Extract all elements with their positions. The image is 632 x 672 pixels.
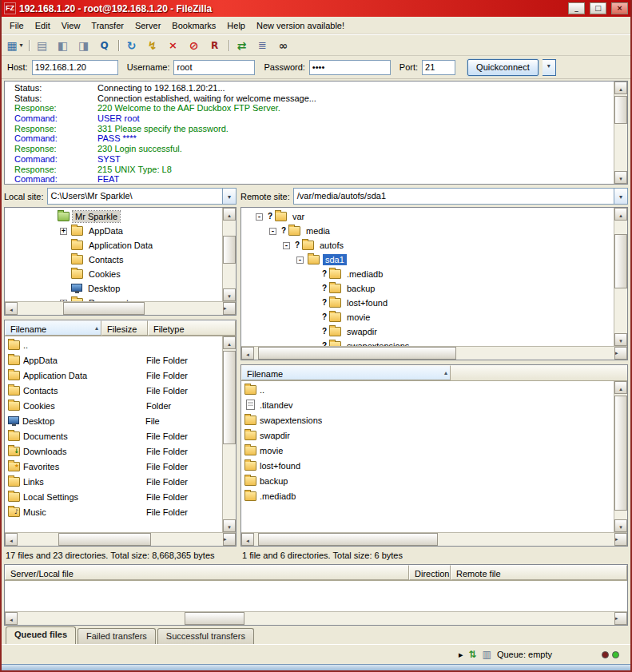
speed-limits-icon[interactable]: ⇅ <box>469 650 477 659</box>
toggle-remote-tree-button[interactable]: ◨ <box>74 37 93 54</box>
synchronized-browsing-button[interactable]: ≣ <box>252 37 272 54</box>
scroll-left-button[interactable] <box>5 612 18 625</box>
tree-item[interactable]: lost+found <box>241 296 614 310</box>
process-queue-button[interactable]: ↯ <box>142 37 162 54</box>
file-row[interactable]: .titandev <box>241 397 614 412</box>
scroll-right-button[interactable] <box>614 533 627 546</box>
toggle-queue-button[interactable]: Q <box>94 37 114 54</box>
scroll-right-button[interactable] <box>614 612 627 625</box>
file-row[interactable]: Documents File Folder <box>5 428 222 443</box>
scroll-up-button[interactable] <box>223 336 236 349</box>
local-tree-hscrollbar[interactable] <box>5 301 236 315</box>
file-row[interactable]: Music File Folder <box>5 504 222 519</box>
scroll-up-button[interactable] <box>614 82 627 94</box>
column-header[interactable]: Remote file <box>451 565 627 580</box>
tree-item[interactable]: Desktop <box>5 281 222 296</box>
message-log-vscrollbar[interactable] <box>614 82 627 184</box>
column-header[interactable]: Filesize <box>101 320 148 336</box>
local-site-dropdown-button[interactable] <box>222 189 236 204</box>
username-input[interactable] <box>173 60 255 75</box>
quickconnect-dropdown-button[interactable] <box>543 59 556 76</box>
scroll-left-button[interactable] <box>241 533 254 546</box>
column-header[interactable]: Direction <box>409 565 451 580</box>
remote-site-value[interactable]: /var/media/autofs/sda1 <box>294 189 614 204</box>
file-row[interactable]: Links File Folder <box>5 474 222 489</box>
file-row[interactable]: .mediadb <box>241 488 614 503</box>
refresh-button[interactable]: ↻ <box>121 37 141 54</box>
scroll-down-button[interactable] <box>614 333 627 346</box>
remote-tree-vscrollbar[interactable] <box>614 208 627 346</box>
scroll-down-button[interactable] <box>223 288 236 301</box>
queue-tab[interactable]: Queued files <box>6 626 76 644</box>
remote-list-hscrollbar[interactable] <box>241 532 627 546</box>
tree-item[interactable]: + AppData <box>5 224 222 238</box>
tree-item[interactable]: movie <box>241 310 614 324</box>
tree-item[interactable]: - sda1 <box>241 252 614 267</box>
scroll-thumb[interactable] <box>614 96 627 124</box>
scroll-thumb[interactable] <box>258 533 439 546</box>
scroll-down-button[interactable] <box>614 519 627 532</box>
tree-item[interactable]: - autofs <box>241 238 614 252</box>
file-row[interactable]: Local Settings File Folder <box>5 489 222 504</box>
scroll-track[interactable] <box>18 302 223 315</box>
menu-item[interactable]: Help <box>221 18 251 33</box>
cancel-button[interactable]: × <box>163 37 183 54</box>
file-row[interactable]: Application Data File Folder <box>5 368 222 383</box>
scroll-track[interactable] <box>223 349 236 519</box>
remote-site-combobox[interactable]: /var/media/autofs/sda1 <box>293 188 628 205</box>
scroll-track[interactable] <box>254 533 614 546</box>
queue-tab[interactable]: Failed transfers <box>78 628 156 644</box>
menu-item[interactable]: File <box>4 18 30 33</box>
tree-item[interactable]: swapdir <box>241 324 614 339</box>
scroll-thumb[interactable] <box>614 396 627 511</box>
local-list-vscrollbar[interactable] <box>222 336 236 532</box>
queue-tab[interactable]: Successful transfers <box>157 628 254 644</box>
menu-item[interactable]: New version available! <box>251 18 350 33</box>
scroll-up-button[interactable] <box>614 381 627 394</box>
local-site-value[interactable]: C:\Users\Mr Sparkle\ <box>48 189 222 204</box>
scroll-track[interactable] <box>18 533 223 546</box>
file-row[interactable]: movie <box>241 443 614 458</box>
menu-item[interactable]: Server <box>129 18 166 33</box>
remote-tree-hscrollbar[interactable] <box>241 346 627 360</box>
scroll-track[interactable] <box>614 394 627 519</box>
scroll-thumb[interactable] <box>223 351 236 444</box>
scroll-down-button[interactable] <box>223 519 236 532</box>
scroll-track[interactable] <box>614 221 627 333</box>
file-row[interactable]: swapextensions <box>241 412 614 427</box>
password-input[interactable] <box>309 60 391 75</box>
scroll-left-button[interactable] <box>241 347 254 360</box>
file-row[interactable]: .. <box>241 382 614 397</box>
file-row[interactable]: Favorites File Folder <box>5 459 222 474</box>
file-row[interactable]: Contacts File Folder <box>5 383 222 398</box>
tree-item[interactable]: swapextensions <box>241 339 614 346</box>
tree-item[interactable]: backup <box>241 281 614 296</box>
column-header[interactable]: Filename <box>5 320 101 336</box>
toggle-message-log-button[interactable]: ▤ <box>32 37 52 54</box>
local-list-hscrollbar[interactable] <box>5 532 236 546</box>
scroll-thumb[interactable] <box>58 533 151 546</box>
scroll-thumb[interactable] <box>63 302 145 315</box>
file-row[interactable]: backup <box>241 473 614 488</box>
column-header[interactable]: Server/Local file <box>5 565 409 580</box>
directory-comparison-button[interactable]: ⇄ <box>232 37 252 54</box>
tree-expander-icon[interactable]: - <box>256 213 263 221</box>
scroll-up-button[interactable] <box>614 208 627 221</box>
port-input[interactable] <box>422 60 455 75</box>
scroll-right-button[interactable] <box>614 347 627 360</box>
tree-expander-icon[interactable]: - <box>296 256 304 264</box>
disconnect-button[interactable]: ⊘ <box>184 37 204 54</box>
queue-hscrollbar[interactable] <box>5 611 627 625</box>
menu-item[interactable]: Bookmarks <box>166 18 221 33</box>
scroll-track[interactable] <box>223 221 236 288</box>
scroll-right-button[interactable] <box>223 533 236 546</box>
remote-list-vscrollbar[interactable] <box>614 381 627 532</box>
scroll-left-button[interactable] <box>5 533 18 546</box>
scroll-thumb[interactable] <box>258 347 456 360</box>
reconnect-button[interactable]: R <box>205 37 225 54</box>
file-row[interactable]: AppData File Folder <box>5 352 222 368</box>
scroll-right-button[interactable] <box>223 302 236 315</box>
scroll-thumb[interactable] <box>614 234 627 288</box>
column-header[interactable]: Filetype <box>148 320 236 336</box>
menu-item[interactable]: Transfer <box>85 18 129 33</box>
